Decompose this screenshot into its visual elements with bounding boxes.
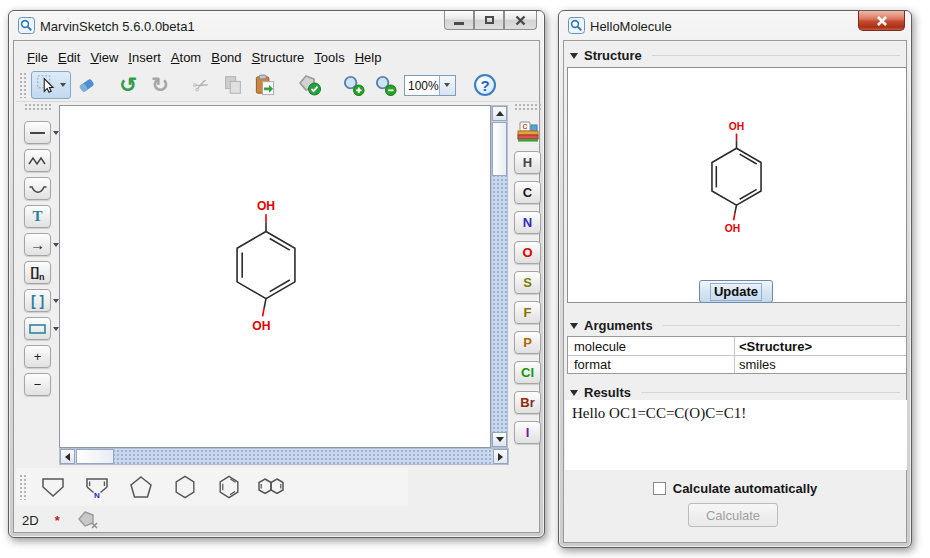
update-button[interactable]: Update [699,280,773,303]
horizontal-scroll-thumb[interactable] [76,449,114,464]
vertical-scroll-thumb[interactable] [492,122,507,176]
template-pyrrole-button[interactable]: N [75,470,119,504]
argument-name-cell[interactable]: molecule [568,337,735,355]
menu-bar: File Edit View Insert Atom Bond Structur… [17,46,381,68]
template-cyclopentadiene-button[interactable] [31,470,75,504]
help-button[interactable]: ? [469,71,501,99]
redo-button[interactable]: ↻ [144,71,176,99]
window-title: HelloMolecule [590,19,672,34]
text-tool-button[interactable]: T [24,205,51,228]
menu-atom[interactable]: Atom [171,50,201,65]
results-output-area[interactable]: Hello OC1=CC=C(O)C=C1! [565,400,907,470]
calculate-automatically-checkbox[interactable] [653,482,666,495]
template-bar-grip[interactable] [19,474,28,500]
rectangle-tool-button[interactable] [24,317,51,340]
element-button-cl[interactable]: Cl [514,361,541,384]
check-structure-button[interactable] [290,71,328,99]
single-bond-tool-button[interactable] [24,121,51,144]
maximize-button[interactable] [474,11,504,30]
calculate-button[interactable]: Calculate [688,503,778,527]
zoom-in-icon [341,74,366,97]
paste-button[interactable] [249,71,281,99]
table-row[interactable]: format smiles [568,355,906,373]
close-button[interactable] [858,11,905,31]
template-cyclopentane-button[interactable] [119,470,163,504]
undo-button[interactable]: ↺ [112,71,144,99]
results-section-header[interactable]: Results [570,385,900,400]
element-button-f[interactable]: F [514,301,541,324]
canvas-vertical-scrollbar[interactable] [491,105,508,448]
bracket-tool-button[interactable]: [ ] [24,289,51,312]
element-button-o[interactable]: O [514,241,541,264]
menu-bond[interactable]: Bond [211,50,241,65]
zoom-out-button[interactable] [369,71,401,99]
main-toolbar: ↺ ↻ ✂ [16,69,537,102]
arc-tool-button[interactable] [24,177,51,200]
argument-value-cell[interactable]: <Structure> [735,339,906,354]
chain-tool-button[interactable] [24,149,51,172]
scroll-right-button[interactable] [493,449,508,464]
argument-name-cell[interactable]: format [568,356,735,373]
arrow-left-icon [65,453,70,461]
calculate-automatically-row: Calculate automatically [564,481,906,496]
sketch-canvas[interactable]: OH OH [59,105,491,448]
menu-tools[interactable]: Tools [314,50,344,65]
copy-button[interactable] [217,71,249,99]
molecule-structure[interactable]: OH OH [210,196,322,336]
template-cyclohexane-button[interactable] [163,470,207,504]
svg-text:C: C [522,123,527,130]
structure-preview-panel[interactable]: OH OH Update [567,67,907,303]
scroll-up-button[interactable] [492,106,507,121]
element-button-n[interactable]: N [514,211,541,234]
select-tool-button[interactable] [31,71,71,99]
element-button-br[interactable]: Br [514,391,541,414]
toolbar-grip[interactable] [19,72,28,98]
decrease-charge-button[interactable]: − [24,373,51,396]
arrow-down-icon [496,437,504,442]
close-button[interactable] [504,11,537,30]
scroll-down-button[interactable] [492,432,507,447]
eraser-button[interactable] [71,71,103,99]
dimension-indicator[interactable]: 2D [22,513,39,528]
cut-button[interactable]: ✂ [185,71,217,99]
zoom-level-value[interactable]: 100% [405,76,439,95]
canvas-horizontal-scrollbar[interactable] [59,448,509,465]
table-row[interactable]: molecule <Structure> [568,337,906,355]
structure-section-header[interactable]: Structure [570,48,900,63]
template-naphthalene-button[interactable] [251,470,295,504]
structure-check-status-icon [76,510,100,530]
increase-charge-button[interactable]: + [24,345,51,368]
element-column-grip[interactable] [514,103,542,112]
element-button-i[interactable]: I [514,421,541,444]
element-button-p[interactable]: P [514,331,541,354]
menu-view[interactable]: View [90,50,118,65]
minimize-button[interactable] [444,11,474,30]
select-tool-dropdown[interactable] [60,83,66,87]
tool-column-grip[interactable] [24,103,52,112]
menu-file[interactable]: File [27,50,48,65]
marvin-titlebar[interactable]: MarvinSketch 5.6.0.0beta1 [9,11,544,40]
template-benzene-button[interactable] [207,470,251,504]
menu-help[interactable]: Help [355,50,382,65]
hello-titlebar[interactable]: HelloMolecule [559,11,911,40]
menu-edit[interactable]: Edit [58,50,80,65]
scroll-left-button[interactable] [60,449,75,464]
calculate-button-label: Calculate [706,508,760,523]
periodic-table-button[interactable]: C [514,120,542,144]
reaction-arrow-tool-button[interactable]: → [24,233,51,256]
element-button-s[interactable]: S [514,271,541,294]
element-button-h[interactable]: H [514,151,541,174]
zoom-in-button[interactable] [337,71,369,99]
repeating-group-tool-button[interactable]: []n [24,261,51,284]
arguments-section-header[interactable]: Arguments [570,318,900,333]
single-bond-icon [29,130,46,136]
menu-insert[interactable]: Insert [128,50,161,65]
zoom-combo-dropdown[interactable] [439,76,455,95]
status-bar: 2D * [22,509,100,531]
element-button-c[interactable]: C [514,181,541,204]
menu-structure[interactable]: Structure [252,50,305,65]
check-structure-icon [297,73,322,97]
argument-value-cell[interactable]: smiles [735,357,906,372]
zoom-level-combo[interactable]: 100% [404,75,456,96]
reaction-arrow-icon: → [30,236,45,253]
